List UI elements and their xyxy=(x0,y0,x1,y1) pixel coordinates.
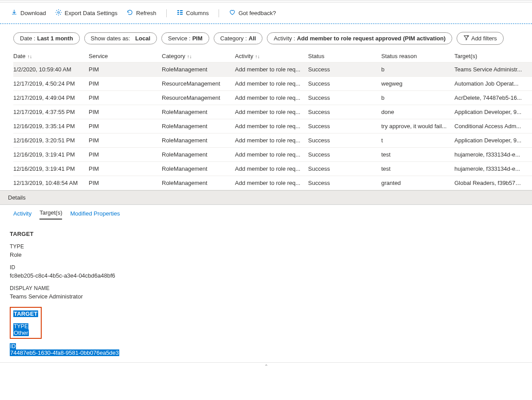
cell-targets: hujamerole, f333134d-e... xyxy=(454,165,528,172)
cell-service: PIM xyxy=(89,151,162,158)
target-section-title: TARGET xyxy=(10,231,522,237)
cell-activity: Add member to role req... xyxy=(235,109,308,115)
cell-reason: b xyxy=(381,66,454,73)
svg-rect-2 xyxy=(177,12,179,13)
cell-reason: t xyxy=(381,137,454,144)
columns-label: Columns xyxy=(186,10,209,16)
id-label: ID xyxy=(10,264,522,271)
cell-targets: hujamerole, f333134d-e... xyxy=(454,151,528,158)
cell-category: RoleManagement xyxy=(162,109,235,115)
cell-service: PIM xyxy=(89,123,162,129)
cell-activity: Add member to role req... xyxy=(235,137,308,144)
filter-service-value: PIM xyxy=(192,35,203,42)
col-category[interactable]: Category↑↓ xyxy=(162,53,235,59)
table-row[interactable]: 12/17/2019, 4:50:24 PMPIMResourceManagem… xyxy=(13,77,532,91)
cell-activity: Add member to role req... xyxy=(235,66,308,73)
filter-date[interactable]: Date : Last 1 month xyxy=(13,32,80,44)
cell-date: 12/16/2019, 3:35:14 PM xyxy=(13,123,89,129)
cell-targets: Automation Job Operat... xyxy=(454,80,528,87)
col-targets[interactable]: Target(s) xyxy=(454,53,528,59)
cell-service: PIM xyxy=(89,109,162,115)
cell-category: RoleManagement xyxy=(162,123,235,129)
cell-date: 12/16/2019, 3:20:51 PM xyxy=(13,137,89,144)
cell-date: 12/17/2019, 4:49:04 PM xyxy=(13,94,89,101)
cell-service: PIM xyxy=(89,80,162,87)
cell-targets: Application Developer, 9... xyxy=(454,109,528,115)
add-filter-icon xyxy=(463,35,469,42)
cell-service: PIM xyxy=(89,180,162,186)
refresh-label: Refresh xyxy=(136,10,156,16)
table-row[interactable]: 12/13/2019, 10:48:54 AMPIMRoleManagement… xyxy=(13,176,532,190)
svg-rect-6 xyxy=(180,14,183,15)
filter-activity[interactable]: Activity : Add member to role request ap… xyxy=(267,32,452,44)
download-label: Download xyxy=(20,10,46,16)
table-row[interactable]: 12/16/2019, 3:20:51 PMPIMRoleManagementA… xyxy=(13,133,532,148)
cell-activity: Add member to role req... xyxy=(235,80,308,87)
cell-date: 12/17/2019, 4:37:55 PM xyxy=(13,109,89,115)
cell-targets: Application Developer, 9... xyxy=(454,137,528,144)
columns-button[interactable]: Columns xyxy=(174,7,211,19)
cell-reason: test xyxy=(381,165,454,172)
col-date[interactable]: Date↑↓ xyxy=(13,53,89,59)
table-row[interactable]: 12/17/2019, 4:49:04 PMPIMResourceManagem… xyxy=(13,91,532,105)
table-row[interactable]: 12/17/2019, 4:37:55 PMPIMRoleManagementA… xyxy=(13,105,532,119)
resize-grip[interactable]: ⌃ xyxy=(0,362,532,369)
details-body: TARGET TYPE Role ID fc8eb205-c8c4-4b5c-a… xyxy=(0,220,532,362)
cell-date: 12/13/2019, 10:48:54 AM xyxy=(13,180,89,186)
svg-rect-3 xyxy=(177,14,179,15)
cell-date: 12/16/2019, 3:19:41 PM xyxy=(13,165,89,172)
cell-reason: b xyxy=(381,94,454,101)
target2-type-value: Other xyxy=(13,329,38,336)
filter-category[interactable]: Category : All xyxy=(214,32,263,44)
cell-reason: granted xyxy=(381,180,454,186)
cell-activity: Add member to role req... xyxy=(235,180,308,186)
audit-table: Date↑↓ Service Category↑↓ Activity↑↓ Sta… xyxy=(13,49,532,190)
filter-category-label: Category : xyxy=(220,35,247,42)
cell-category: RoleManagement xyxy=(162,165,235,172)
cell-status: Success xyxy=(308,94,381,101)
table-row[interactable]: 12/16/2019, 3:35:14 PMPIMRoleManagementA… xyxy=(13,119,532,133)
tab-activity[interactable]: Activity xyxy=(13,208,31,220)
export-button[interactable]: Export Data Settings xyxy=(52,7,120,19)
display-name-label: DISPLAY NAME xyxy=(10,285,522,291)
cell-category: RoleManagement xyxy=(162,137,235,144)
col-status-reason[interactable]: Status reason xyxy=(381,53,454,59)
table-row[interactable]: 12/16/2019, 3:19:41 PMPIMRoleManagementA… xyxy=(13,162,532,176)
filter-showdates[interactable]: Show dates as: Local xyxy=(84,32,157,44)
type-value: Role xyxy=(10,251,522,258)
download-icon xyxy=(11,9,18,17)
cell-status: Success xyxy=(308,80,381,87)
add-filters-button[interactable]: Add filters xyxy=(457,32,504,45)
cell-category: RoleManagement xyxy=(162,180,235,186)
download-button[interactable]: Download xyxy=(8,7,49,19)
col-activity[interactable]: Activity↑↓ xyxy=(235,53,308,59)
filter-bar: Date : Last 1 month Show dates as: Local… xyxy=(0,24,532,49)
add-filters-label: Add filters xyxy=(471,35,497,42)
type-label: TYPE xyxy=(10,243,522,250)
target2-section-title: TARGET xyxy=(13,310,38,317)
tab-modified-properties[interactable]: Modified Properties xyxy=(70,208,120,220)
cell-service: PIM xyxy=(89,165,162,172)
cell-status: Success xyxy=(308,165,381,172)
svg-rect-4 xyxy=(180,10,183,11)
cell-activity: Add member to role req... xyxy=(235,165,308,172)
filter-service-label: Service : xyxy=(168,35,191,42)
cell-date: 12/16/2019, 3:19:41 PM xyxy=(13,151,89,158)
refresh-button[interactable]: Refresh xyxy=(124,7,159,19)
cell-category: RoleManagement xyxy=(162,66,235,73)
col-service[interactable]: Service xyxy=(89,53,162,59)
svg-point-0 xyxy=(58,12,59,13)
svg-rect-1 xyxy=(177,10,179,11)
feedback-button[interactable]: Got feedback? xyxy=(226,7,279,19)
table-row[interactable]: 1/2/2020, 10:59:40 AMPIMRoleManagementAd… xyxy=(13,63,532,77)
cell-status: Success xyxy=(308,137,381,144)
tab-targets[interactable]: Target(s) xyxy=(39,208,62,220)
filter-activity-label: Activity : xyxy=(274,35,295,42)
cell-activity: Add member to role req... xyxy=(235,94,308,101)
col-status[interactable]: Status xyxy=(308,53,381,59)
filter-date-value: Last 1 month xyxy=(37,35,73,42)
cell-activity: Add member to role req... xyxy=(235,123,308,129)
filter-service[interactable]: Service : PIM xyxy=(161,32,209,44)
filter-showdates-label: Show dates as: xyxy=(91,35,130,42)
table-row[interactable]: 12/16/2019, 3:19:41 PMPIMRoleManagementA… xyxy=(13,148,532,162)
